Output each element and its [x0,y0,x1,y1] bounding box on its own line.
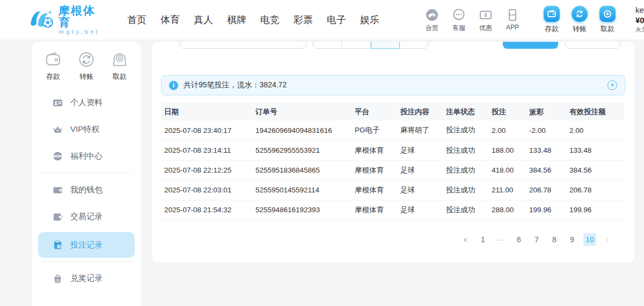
deposit-outline-icon [43,49,63,70]
svg-text:APP: APP [509,13,516,17]
withdraw-outline-icon [109,49,130,70]
sidebar-quick-actions: 存款 转账 取款 [32,42,141,81]
main-nav: 首页 体育 真人 棋牌 电竞 彩票 电子 娱乐 [120,13,386,26]
balance-amount: ¥0.00 [635,16,644,26]
page-1[interactable]: 1 [477,233,489,246]
deposit-button[interactable]: 存款 [539,6,565,34]
quick-range-segmented-control [313,42,428,49]
sidebar-item-label: 投注记录 [70,240,103,250]
bet-records-table: 日期 订单号 平台 投注内容 注单状态 投注 派彩 有效投注额 2025-07-… [161,103,624,220]
table-row: 2025-07-08 22:12:25 5255951836845865 摩根体… [161,160,624,180]
table-row: 2025-07-08 23:40:17 1942609694094831616 … [161,121,624,140]
transfer-button[interactable]: 转账 [567,6,592,34]
sidebar-item-wallet[interactable]: 我的钱包 [32,176,141,203]
prev-page-button[interactable]: ‹ [459,233,472,246]
filter-form-cutoff [152,42,634,49]
cell-platform: 摩根体育 [352,180,397,200]
cell-platform: PG电子 [352,121,397,140]
nav-lottery[interactable]: 彩票 [294,13,313,26]
nav-esports[interactable]: 电竞 [260,13,280,26]
brand-logo-icon [30,8,54,32]
date-range-input[interactable] [180,42,306,49]
cell-stake: 418.00 [488,160,526,180]
transfer-outline-icon [76,49,97,70]
cell-valid-stake: 2.00 [566,121,624,140]
summary-text: 共计95笔投注，流水：3824.72 [184,80,287,90]
summary-bar: i 共计95笔投注，流水：3824.72 + [161,75,625,95]
promo-button[interactable]: ¥ 优惠 [474,8,497,33]
cell-valid-stake: 199.96 [566,200,624,220]
cell-bet-content: 足球 [397,200,443,220]
support-button[interactable]: 客服 [447,8,471,33]
page-9[interactable]: 9 [566,233,579,246]
transfer-arrows-icon [572,6,588,22]
page-6[interactable]: 6 [513,233,525,246]
range-option-2[interactable] [342,42,370,49]
sidebar-item-vip[interactable]: VIP特权 [32,116,141,143]
expand-plus-icon[interactable]: + [608,80,617,90]
sidebar-transfer-button[interactable]: 转账 [74,49,99,81]
username[interactable]: kevin188 [635,5,644,16]
user-info: kevin188 VIP0 ¥0.00 永久地址:mgty.bet [635,5,644,34]
withdraw-button[interactable]: 取款 [595,6,620,34]
mobile-app-icon: APP [506,8,519,23]
sidebar-item-bet-records[interactable]: ¥ 投注记录 [38,232,135,258]
page-7[interactable]: 7 [530,233,543,246]
table-row: 2025-07-08 21:54:32 5255948616192393 摩根体… [161,200,624,220]
sidebar-item-label: 交易记录 [70,212,103,222]
cell-stake: 211.00 [488,180,526,200]
range-option-1[interactable] [313,42,342,49]
col-platform: 平台 [352,103,397,121]
sidebar-item-transactions[interactable]: 交易记录 [32,203,141,230]
cell-status: 投注成功 [443,160,488,180]
svg-text:¥: ¥ [484,12,487,18]
brand-domain: mgty.bet [58,28,100,35]
cell-date: 2025-07-08 22:12:25 [161,160,252,180]
cell-status: 投注成功 [443,200,488,220]
gift-bag-icon: 兑 [53,273,63,283]
deposit-wallet-icon [544,6,560,22]
cell-payout: 384.56 [526,160,566,180]
sidebar-item-redeem-records[interactable]: 兑 兑奖记录 [32,265,141,292]
next-page-button[interactable]: › [601,233,614,246]
bet-records-icon: ¥ [53,240,63,250]
col-order-id: 订单号 [252,103,352,121]
cell-payout: 206.78 [526,180,566,200]
nav-sports[interactable]: 体育 [160,13,180,26]
range-option-3-selected[interactable] [371,42,400,49]
cell-bet-content: 足球 [397,140,443,160]
nav-slots[interactable]: 电子 [327,13,346,26]
cell-stake: 288.00 [488,200,526,220]
brand-logo[interactable]: 摩根体育 mgty.bet [30,5,100,35]
page-ellipsis[interactable]: ··· [494,233,508,246]
range-option-4[interactable] [400,42,428,49]
app-download-button[interactable]: APP APP [501,8,524,33]
nav-home[interactable]: 首页 [127,13,147,26]
sidebar-deposit-button[interactable]: 存款 [41,49,65,81]
sidebar-item-label: 福利中心 [70,151,103,161]
nav-entertainment[interactable]: 娱乐 [360,13,379,26]
page-8[interactable]: 8 [548,233,561,246]
chat-bubble-icon [452,8,466,23]
search-button[interactable] [503,42,558,49]
transaction-card-icon [53,212,63,222]
withdraw-coin-icon [599,6,616,22]
sidebar-item-welfare[interactable]: 福利中心 [32,143,141,169]
partner-button[interactable]: 合营 [420,8,444,33]
svg-text:¥: ¥ [58,244,60,248]
col-valid-stake: 有效投注额 [566,103,624,121]
nav-live[interactable]: 真人 [194,13,213,26]
sidebar-item-profile[interactable]: 个人资料 [32,89,141,116]
id-card-icon [53,98,63,108]
coupon-icon: ¥ [479,8,493,23]
nav-cards[interactable]: 棋牌 [227,13,246,26]
reset-button[interactable] [565,42,620,49]
sidebar-menu: 个人资料 VIP特权 福利中心 我的钱包 [32,89,141,292]
cell-order-id: 5255950145592114 [252,180,352,200]
permanent-url-text: 永久地址:mgty.bet [635,26,644,34]
sidebar-item-label: VIP特权 [70,124,99,135]
page-10-current[interactable]: 10 [583,233,596,246]
wallet-icon [53,185,63,195]
cell-bet-content: 足球 [397,180,443,200]
sidebar-withdraw-button[interactable]: 取款 [107,49,132,81]
